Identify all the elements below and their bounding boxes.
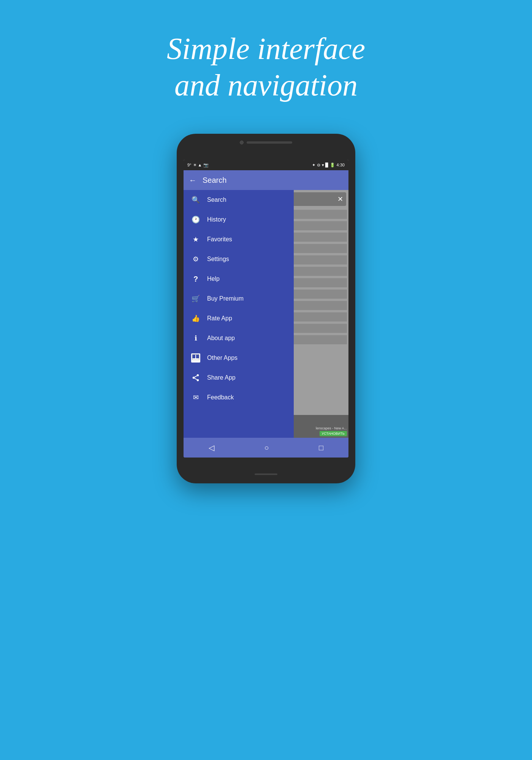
menu-item-rate-app[interactable]: 👍 Rate App — [184, 309, 294, 328]
menu-label-feedback: Feedback — [207, 394, 234, 401]
menu-label-rate-app: Rate App — [207, 315, 232, 322]
svg-point-6 — [197, 379, 199, 382]
nav-recents-button[interactable]: □ — [311, 440, 331, 455]
svg-line-8 — [195, 376, 197, 377]
menu-label-about-app: About app — [207, 335, 235, 342]
clock: 4:30 — [337, 163, 345, 167]
help-icon: ? — [191, 274, 200, 283]
share-icon — [191, 373, 200, 382]
phone-frame: 9° ☀ ▲ 📷 ✦ ⊖ ▾ ▉ 🔋 4:30 ← Search — [177, 134, 355, 483]
history-icon: 🕐 — [191, 215, 200, 224]
phone-mockup: 9° ☀ ▲ 📷 ✦ ⊖ ▾ ▉ 🔋 4:30 ← Search — [177, 134, 355, 483]
nav-back-button[interactable]: ◁ — [201, 440, 222, 455]
settings-icon: ⚙ — [191, 255, 200, 264]
ad-banner: lenscapes - New A... УСТАНОВИТЬ — [288, 415, 348, 438]
thumbsup-icon: 👍 — [191, 314, 200, 323]
bottom-nav: ◁ ○ □ — [184, 438, 348, 458]
headline-line2: and navigation — [174, 68, 358, 102]
status-right: ✦ ⊖ ▾ ▉ 🔋 4:30 — [312, 163, 345, 168]
svg-rect-1 — [196, 355, 199, 358]
content-row — [289, 324, 347, 333]
svg-rect-0 — [192, 355, 195, 358]
svg-point-4 — [197, 374, 199, 377]
content-row — [289, 244, 347, 253]
menu-item-help[interactable]: ? Help — [184, 269, 294, 289]
battery-icon: 🔋 — [330, 163, 335, 168]
menu-item-other-apps[interactable]: Other Apps — [184, 348, 294, 368]
cart-icon: 🛒 — [191, 294, 200, 303]
search-close-button[interactable]: ✕ — [337, 195, 343, 203]
content-row — [289, 301, 347, 310]
menu-label-search: Search — [207, 196, 226, 203]
menu-label-help: Help — [207, 276, 220, 282]
svg-line-7 — [195, 378, 197, 380]
bluetooth-icon: ✦ — [312, 163, 315, 168]
menu-item-about-app[interactable]: ℹ About app — [184, 328, 294, 348]
menu-label-share-app: Share App — [207, 374, 236, 381]
content-row — [289, 221, 347, 230]
menu-label-favorites: Favorites — [207, 236, 232, 243]
menu-label-settings: Settings — [207, 256, 229, 263]
menu-item-feedback[interactable]: ✉ Feedback — [184, 388, 294, 407]
status-temp: 9° — [187, 163, 192, 167]
menu-item-buy-premium[interactable]: 🛒 Buy Premium — [184, 289, 294, 309]
status-bar: 9° ☀ ▲ 📷 ✦ ⊖ ▾ ▉ 🔋 4:30 — [184, 160, 348, 170]
menu-label-history: History — [207, 216, 226, 223]
ad-text: lenscapes - New A... — [316, 426, 347, 430]
content-row — [289, 267, 347, 276]
info-icon: ℹ — [191, 334, 200, 343]
screen-content: ✕ — [184, 190, 348, 438]
navigation-drawer: 🔍 Search 🕐 History ★ Favorites — [184, 190, 294, 438]
nav-home-button[interactable]: ○ — [256, 440, 276, 455]
ad-install-button[interactable]: УСТАНОВИТЬ — [320, 431, 347, 436]
search-icon: 🔍 — [191, 195, 200, 204]
phone-screen: 9° ☀ ▲ 📷 ✦ ⊖ ▾ ▉ 🔋 4:30 ← Search — [184, 160, 348, 458]
menu-item-search[interactable]: 🔍 Search — [184, 190, 294, 210]
mail-icon: ✉ — [191, 393, 200, 402]
menu-label-buy-premium: Buy Premium — [207, 295, 244, 302]
favorites-icon: ★ — [191, 235, 200, 244]
phone-bottom-bar — [255, 473, 277, 475]
content-row — [289, 255, 347, 264]
content-row — [289, 335, 347, 344]
other-apps-icon — [191, 353, 200, 363]
app-bar: ← Search — [184, 170, 348, 190]
phone-top-decorations — [240, 141, 292, 144]
svg-point-5 — [193, 377, 195, 379]
content-row — [289, 278, 347, 287]
content-rows — [288, 209, 348, 345]
back-button[interactable]: ← — [189, 176, 196, 185]
menu-item-share-app[interactable]: Share App — [184, 368, 294, 388]
status-icons: ☀ ▲ 📷 — [193, 163, 209, 168]
content-row — [289, 210, 347, 219]
signal-icon: ⊖ ▾ ▉ — [317, 163, 328, 168]
menu-item-history[interactable]: 🕐 History — [184, 210, 294, 230]
content-row — [289, 312, 347, 321]
content-row — [289, 290, 347, 299]
headline: Simple interface and navigation — [95, 30, 437, 103]
phone-speaker — [247, 141, 292, 144]
status-left: 9° ☀ ▲ 📷 — [187, 163, 209, 168]
menu-label-other-apps: Other Apps — [207, 355, 238, 361]
phone-camera — [240, 141, 244, 144]
menu-item-favorites[interactable]: ★ Favorites — [184, 230, 294, 249]
search-bar-overlay: ✕ — [285, 192, 346, 206]
content-row — [289, 233, 347, 242]
menu-item-settings[interactable]: ⚙ Settings — [184, 249, 294, 269]
app-bar-title: Search — [203, 176, 226, 185]
headline-line1: Simple interface — [167, 32, 365, 65]
